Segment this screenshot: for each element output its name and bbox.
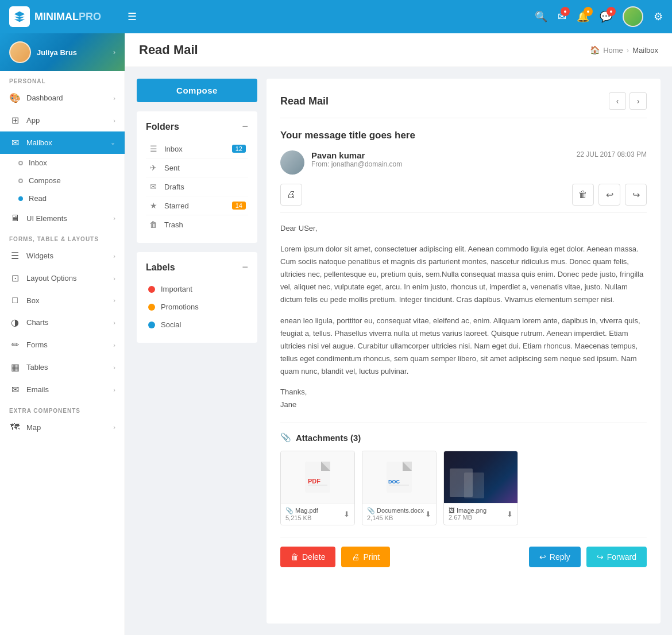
mail-sidebar: Compose Folders − ☰ Inbox 12 ✈ Sent xyxy=(137,79,257,624)
sidebar-item-charts[interactable]: ◑ Charts › xyxy=(0,311,125,334)
sidebar-item-emails[interactable]: ✉ Emails › xyxy=(0,378,125,401)
delete-action-button[interactable]: 🗑 xyxy=(572,184,594,206)
folders-title: Folders xyxy=(146,122,179,132)
print-button[interactable]: 🖨 Print xyxy=(341,547,390,567)
sidebar-item-map[interactable]: 🗺 Map › xyxy=(0,416,125,438)
pdf-download-icon[interactable]: ⬇ xyxy=(343,510,350,518)
folder-label: Starred xyxy=(164,202,226,210)
sidebar-subitem-inbox[interactable]: Inbox xyxy=(9,154,125,172)
folder-trash[interactable]: 🗑 Trash xyxy=(146,215,248,234)
chevron-icon: › xyxy=(113,297,115,304)
forward-button[interactable]: ↪ Forward xyxy=(586,547,647,567)
next-arrow[interactable]: › xyxy=(629,92,647,110)
breadcrumb-sep: › xyxy=(627,46,629,55)
reply-action-button[interactable]: ↩ xyxy=(598,184,620,206)
search-icon[interactable]: 🔍 xyxy=(535,10,547,23)
sidebar-subitem-read[interactable]: Read xyxy=(9,189,125,207)
chat-icon[interactable]: 💬 ● xyxy=(600,10,612,23)
nav-right: 🔍 ✉ ● 🔔 ● 💬 ● ⚙ xyxy=(535,6,663,27)
mail-date: 22 JUL 2017 08:03 PM xyxy=(577,150,647,158)
label-text: Important xyxy=(161,285,192,293)
inbox-icon: ☰ xyxy=(148,144,159,153)
from-label: From: xyxy=(311,160,329,168)
print-label: Print xyxy=(363,552,380,562)
attachment-img: 🖼 Image.png 2.67 MB ⬇ xyxy=(443,451,518,525)
folder-drafts[interactable]: ✉ Drafts xyxy=(146,177,248,196)
subitem-label: Compose xyxy=(29,176,61,185)
bell-icon[interactable]: 🔔 ● xyxy=(577,10,589,23)
folder-label: Inbox xyxy=(164,145,226,153)
social-dot xyxy=(148,322,155,328)
sidebar-user[interactable]: Juliya Brus › xyxy=(0,33,125,71)
sidebar-item-box[interactable]: □ Box › xyxy=(0,289,125,311)
map-icon: 🗺 xyxy=(9,422,21,432)
dashboard-icon: 🎨 xyxy=(9,92,21,103)
sender-email: From: jonathan@domain.com xyxy=(311,160,570,168)
labels-title: Labels xyxy=(146,262,175,273)
user-name: Juliya Brus xyxy=(37,48,107,57)
sidebar-item-tables[interactable]: ▦ Tables › xyxy=(0,356,125,378)
sidebar-item-forms[interactable]: ✏ Forms › xyxy=(0,334,125,356)
sidebar-item-label: Widgets xyxy=(26,251,107,260)
forward-action-button[interactable]: ↪ xyxy=(625,184,647,206)
sidebar-item-mailbox[interactable]: ✉ Mailbox ⌄ xyxy=(0,131,125,154)
pdf-footer: 📎 Mag.pdf 5,215 KB ⬇ xyxy=(281,503,354,525)
compose-button[interactable]: Compose xyxy=(137,79,257,102)
mail-body: Dear USer, Lorem ipsum dolor sit amet, c… xyxy=(280,222,647,411)
sidebar-item-widgets[interactable]: ☰ Widgets › xyxy=(0,245,125,267)
settings-icon[interactable]: ⚙ xyxy=(654,10,663,23)
print-icon: 🖨 xyxy=(352,552,360,562)
sidebar-item-layout[interactable]: ⊡ Layout Options › xyxy=(0,267,125,289)
sidebar-item-label: Emails xyxy=(26,385,107,394)
label-promotions[interactable]: Promotions xyxy=(146,298,248,316)
doc-preview: DOC xyxy=(362,451,436,503)
sidebar-subitem-compose[interactable]: Compose xyxy=(9,172,125,189)
attachments-grid: PDF 📎 Mag.pdf 5,215 KB ⬇ xyxy=(280,451,647,525)
reply-button[interactable]: ↩ Reply xyxy=(529,547,581,567)
breadcrumb: 🏠 Home › Mailbox xyxy=(590,45,658,55)
sidebar-item-dashboard[interactable]: 🎨 Dashboard › xyxy=(0,87,125,109)
doc-download-icon[interactable]: ⬇ xyxy=(425,510,431,518)
folder-sent[interactable]: ✈ Sent xyxy=(146,158,248,177)
label-important[interactable]: Important xyxy=(146,280,248,298)
chevron-icon: › xyxy=(113,364,115,371)
sender-info: Pavan kumar From: jonathan@domain.com xyxy=(311,150,570,168)
svg-text:DOC: DOC xyxy=(388,479,400,485)
folder-starred[interactable]: ★ Starred 14 xyxy=(146,196,248,215)
doc-footer: 📎 Documents.docx 2,145 KB ⬇ xyxy=(362,503,436,525)
reply-icon: ↩ xyxy=(539,552,546,562)
tables-icon: ▦ xyxy=(9,362,21,373)
prev-arrow[interactable]: ‹ xyxy=(609,92,626,110)
sidebar-item-app[interactable]: ⊞ App › xyxy=(0,109,125,131)
delete-button[interactable]: 🗑 Delete xyxy=(280,547,335,567)
reply-label: Reply xyxy=(550,552,570,562)
mail-icon[interactable]: ✉ ● xyxy=(558,10,566,23)
content-header: Read Mail 🏠 Home › Mailbox xyxy=(125,33,672,67)
label-social[interactable]: Social xyxy=(146,316,248,334)
widgets-icon: ☰ xyxy=(9,250,21,261)
dot-blue-icon xyxy=(18,196,23,201)
sidebar-item-ui-elements[interactable]: 🖥 UI Elements › xyxy=(0,207,125,229)
pdf-size: 5,215 KB xyxy=(285,514,318,521)
sidebar-item-label: Dashboard xyxy=(26,94,107,102)
doc-name: 📎 Documents.docx xyxy=(367,507,424,514)
emails-icon: ✉ xyxy=(9,384,21,395)
trash-icon: 🗑 xyxy=(148,220,159,229)
hamburger-icon[interactable]: ☰ xyxy=(128,10,137,23)
sender-name: Pavan kumar xyxy=(311,150,570,160)
mail-sign: Thanks, Jane xyxy=(280,386,647,411)
folder-inbox[interactable]: ☰ Inbox 12 xyxy=(146,140,248,158)
img-name: 🖼 Image.png xyxy=(449,507,486,514)
sidebar-item-label: Map xyxy=(26,423,107,432)
img-download-icon[interactable]: ⬇ xyxy=(507,510,513,518)
folders-collapse-icon[interactable]: − xyxy=(242,121,248,133)
user-avatar xyxy=(9,41,31,63)
content-area: Read Mail 🏠 Home › Mailbox Compose Folde… xyxy=(125,33,672,635)
labels-collapse-icon[interactable]: − xyxy=(242,261,248,273)
chevron-icon: › xyxy=(113,117,115,124)
avatar[interactable] xyxy=(623,6,643,27)
print-action-button[interactable]: 🖨 xyxy=(280,184,302,206)
home-icon: 🏠 xyxy=(590,45,600,55)
attachment-pdf: PDF 📎 Mag.pdf 5,215 KB ⬇ xyxy=(280,451,355,525)
sidebar-item-label: Layout Options xyxy=(26,274,107,282)
